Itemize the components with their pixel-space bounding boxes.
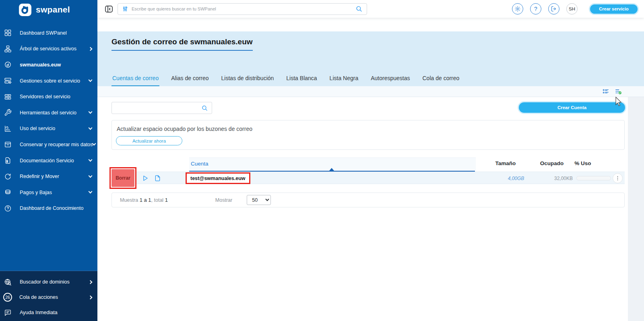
sidebar-item-arbol-servicios-activos[interactable]: Árbol de servicios activos <box>0 41 97 57</box>
tab-cola-de-correo[interactable]: Cola de correo <box>422 72 460 86</box>
content-card: Crear Cuenta Actualizar espacio ocupado … <box>97 97 628 321</box>
sidebar-item-ayuda-inmediata[interactable]: Ayuda Inmediata <box>0 305 97 320</box>
page-gutter <box>628 97 644 321</box>
tab-listas-de-distribucion[interactable]: Listas de distribución <box>221 72 275 86</box>
page-header-band: Gestión de correo de swmanuales.euw Cuen… <box>97 31 644 86</box>
sidebar-bottom-menu: Buscador de dominios26Cola de accionesAy… <box>0 271 97 321</box>
sidebar-item-cola-de-acciones[interactable]: 26Cola de acciones <box>0 290 97 305</box>
global-search-input[interactable] <box>128 6 355 11</box>
account-name[interactable]: test@swmanuales.euw <box>190 176 246 181</box>
user-avatar[interactable]: SH <box>566 3 578 14</box>
sidebar-item-uso-del-servicio[interactable]: Uso del servicio <box>0 121 97 137</box>
filter-sliders-icon[interactable] <box>122 6 128 12</box>
view-options-strip <box>97 86 644 97</box>
chevron-down-icon <box>89 174 93 178</box>
sidebar-item-conservar-recuperar-datos[interactable]: Conservar y recuperar mis datos <box>0 137 97 153</box>
page-title: Gestión de correo de swmanuales.euw <box>111 37 253 51</box>
sidebar-item-label: Herramientas del servicio <box>20 110 76 116</box>
search-icon[interactable] <box>355 4 367 14</box>
chat-icon <box>4 309 12 317</box>
gear-icon <box>514 6 521 12</box>
detail-view-icon[interactable] <box>602 88 610 95</box>
sidebar-item-gestiones-sobre-el-servicio[interactable]: Gestiones sobre el servicio <box>0 73 97 89</box>
sidebar-item-label: Ayuda Inmediata <box>20 310 58 315</box>
logout-icon <box>551 6 557 12</box>
chevron-down-icon <box>89 110 93 114</box>
refresh-icon <box>4 172 12 180</box>
sidebar-item-pagos-y-bajas[interactable]: Pagos y Bajas <box>0 184 97 201</box>
settings-button[interactable] <box>512 3 523 14</box>
sidebar-menu: Dashboard SWPanelÁrbol de servicios acti… <box>0 19 97 216</box>
swpanel-app: swpanel Dashboard SWPanelÁrbol de servic… <box>0 0 644 321</box>
column-header-usage: % Uso <box>565 160 601 166</box>
webmail-play-icon[interactable] <box>141 174 149 182</box>
server-icon <box>4 93 12 101</box>
archive-icon <box>4 141 12 149</box>
sidebar-item-herramientas-del-servicio[interactable]: Herramientas del servicio <box>0 105 97 121</box>
sidebar-item-label: Redefinir y Mover <box>20 174 59 179</box>
column-header-account[interactable]: Cuenta <box>191 161 208 167</box>
doc-badge-icon <box>4 157 12 165</box>
wrench-icon <box>4 109 12 117</box>
dots-vertical-icon <box>615 175 621 181</box>
help-button[interactable]: ? <box>530 3 541 14</box>
account-name-annotation: test@swmanuales.euw <box>186 172 250 184</box>
tab-alias-de-correo[interactable]: Alias de correo <box>170 72 209 86</box>
sidebar-collapse-button[interactable] <box>104 4 114 14</box>
row-menu-button[interactable] <box>613 173 623 183</box>
file-icon[interactable] <box>154 174 161 182</box>
chevron-down-icon <box>89 78 93 82</box>
chart-icon <box>4 124 12 133</box>
chevron-right-icon <box>89 47 93 51</box>
create-service-button[interactable]: Crear servicio <box>590 4 638 14</box>
tab-bar: Cuentas de correoAlias de correoListas d… <box>111 72 460 86</box>
chevron-down-icon <box>89 126 93 130</box>
main-area: ? SH Crear servicio Gestión de correo de… <box>97 0 644 321</box>
service-icon <box>4 61 12 69</box>
sidebar-item-label: Dashboard SWPanel <box>20 30 67 36</box>
globe-search-icon <box>4 278 12 286</box>
chevron-down-icon <box>92 142 96 146</box>
create-account-button[interactable]: Crear Cuenta <box>519 102 625 113</box>
sidebar-item-servidores-del-servicio[interactable]: Servidores del servicio <box>0 89 97 105</box>
cell-size[interactable]: 4,00GB <box>494 176 538 181</box>
tab-autorespuestas[interactable]: Autorespuestas <box>370 72 411 86</box>
tab-lista-blanca[interactable]: Lista Blanca <box>285 72 318 86</box>
sidebar-item-swmanuales-euw[interactable]: swmanuales.euw <box>0 57 97 73</box>
account-search-box <box>111 102 212 114</box>
update-now-button[interactable]: Actualizar ahora <box>116 136 182 145</box>
sort-ascending-icon[interactable] <box>329 168 334 171</box>
sidebar-item-label: Buscador de dominios <box>20 279 70 285</box>
account-search-input[interactable] <box>112 105 201 111</box>
topbar-actions: ? SH Crear servicio <box>512 3 638 14</box>
sidebar-item-documentacion-servicio[interactable]: Documentación Servicio <box>0 153 97 169</box>
sidebar-item-redefinir-y-mover[interactable]: Redefinir y Mover <box>0 168 97 184</box>
sidebar-item-label: Cola de acciones <box>19 294 58 300</box>
delete-account-button[interactable]: Borrar <box>111 169 134 187</box>
list-check-view-icon[interactable] <box>615 88 622 95</box>
tab-lista-negra[interactable]: Lista Negra <box>329 72 359 86</box>
question-icon: ? <box>534 6 537 12</box>
chevron-down-icon <box>89 158 93 162</box>
logout-button[interactable] <box>548 3 559 14</box>
update-space-panel: Actualizar espacio ocupado por los buzon… <box>111 120 625 150</box>
sidebar-item-label: Gestiones sobre el servicio <box>20 78 80 84</box>
swpanel-logo-icon <box>19 3 32 17</box>
page-size-select[interactable]: 50 <box>247 195 271 205</box>
tab-cuentas-de-correo[interactable]: Cuentas de correo <box>111 72 159 86</box>
sidebar-item-label: swmanuales.euw <box>20 62 61 68</box>
logo[interactable]: swpanel <box>0 0 97 19</box>
sidebar-item-label: Uso del servicio <box>20 126 55 131</box>
sidebar-item-dashboard-swpanel[interactable]: Dashboard SWPanel <box>0 25 97 41</box>
sidebar-item-label: Árbol de servicios activos <box>20 46 76 52</box>
chevron-down-icon <box>89 190 93 194</box>
tree-icon <box>4 45 12 53</box>
sidebar-item-dashboard-conocimiento[interactable]: Dashboard de Conocimiento <box>0 201 97 217</box>
coins-icon <box>4 188 12 197</box>
search-icon <box>201 105 208 112</box>
show-label: Mostrar <box>215 197 232 203</box>
delete-button-annotation: Borrar <box>109 167 136 189</box>
question-icon <box>4 204 12 212</box>
sidebar-item-buscador-de-dominios[interactable]: Buscador de dominios <box>0 274 97 290</box>
table-footer: Muestra 1 a 1, total 1 Mostrar 50 <box>111 193 625 207</box>
